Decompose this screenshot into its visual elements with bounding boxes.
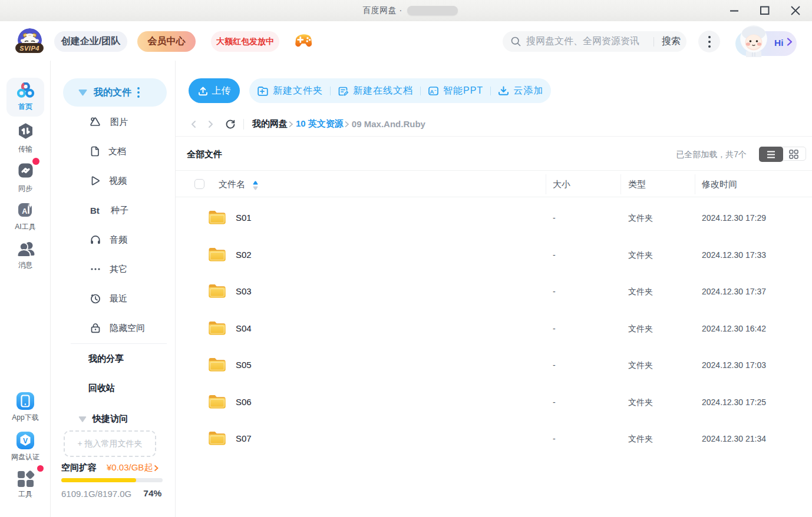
svg-text:Aˉ: Aˉ xyxy=(430,88,437,94)
svg-text:Bt: Bt xyxy=(90,206,100,216)
svg-text:A: A xyxy=(22,207,27,216)
svg-text:V: V xyxy=(23,437,28,445)
